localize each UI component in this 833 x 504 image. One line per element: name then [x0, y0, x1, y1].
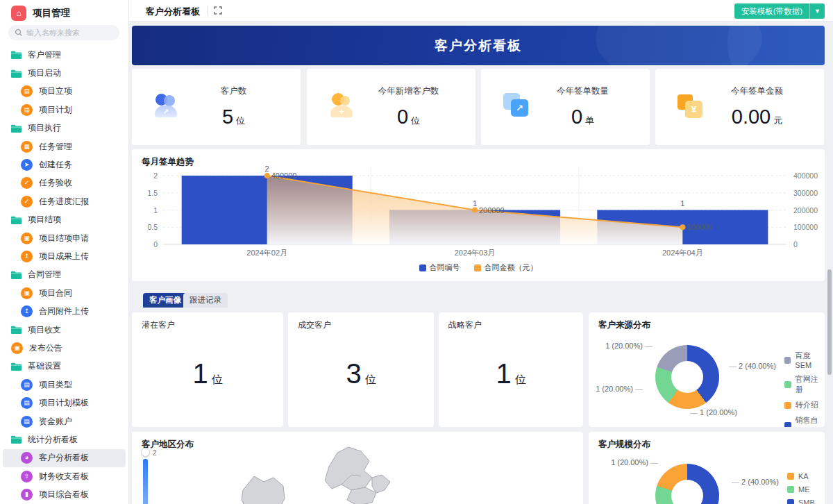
sidebar-item-16[interactable]: ▣发布公告: [0, 339, 128, 357]
customer-scale-title: 客户规模分布: [598, 439, 650, 451]
sidebar-item-1[interactable]: 项目启动: [0, 64, 128, 82]
sidebar-item-14[interactable]: ↥合同附件上传: [0, 302, 128, 320]
doc-icon: ▤: [21, 416, 33, 428]
svg-text:400000: 400000: [271, 171, 297, 180]
visualmap-slider-handle[interactable]: [141, 448, 150, 457]
svg-text:0: 0: [793, 240, 798, 249]
legend-item[interactable]: 百度SEM: [784, 351, 825, 369]
legend-item[interactable]: 转介绍: [784, 400, 825, 410]
install-template-button[interactable]: 安装模板(带数据): [734, 3, 809, 19]
sidebar-item-label: 项目立项: [39, 85, 72, 97]
sidebar-item-18[interactable]: ▤项目类型: [0, 376, 128, 394]
sidebar-item-0[interactable]: 客户管理: [0, 46, 128, 64]
sidebar-item-13[interactable]: ▣项目合同: [0, 284, 128, 302]
bars-icon: ▮: [21, 489, 33, 501]
sidebar-item-5[interactable]: ▦任务管理: [0, 137, 128, 156]
sidebar-item-21[interactable]: 统计分析看板: [0, 430, 128, 448]
tab-customer-portrait[interactable]: 客户画像: [143, 293, 187, 308]
kpi-value: 5位: [222, 106, 245, 128]
folder-icon: [11, 435, 22, 444]
sidebar-item-label: 资金账户: [39, 416, 72, 428]
sidebar-item-2[interactable]: ▤项目立项: [0, 83, 128, 101]
sidebar-item-23[interactable]: ⇧财务收支看板: [0, 467, 128, 485]
legend-item[interactable]: SMB: [787, 498, 815, 504]
install-dropdown-button[interactable]: ▼: [809, 3, 825, 19]
sidebar-item-label: 项目类型: [39, 379, 72, 391]
legend-swatch: [784, 402, 791, 409]
doc-icon: ▤: [21, 379, 33, 391]
sidebar-item-19[interactable]: ▤项目计划模板: [0, 394, 128, 412]
tab-follow-up-records[interactable]: 跟进记录: [183, 293, 228, 308]
stamp-icon: ▣: [11, 342, 23, 354]
sidebar-item-17[interactable]: 基础设置: [0, 358, 128, 376]
svg-text:2: 2: [153, 171, 158, 180]
trend-chart: 00.511.520100000200000300000400000400000…: [132, 149, 825, 259]
legend-item[interactable]: KA: [787, 472, 815, 480]
stat-value: 1位: [192, 358, 222, 389]
sidebar-item-label: 项目收支: [28, 324, 61, 336]
folder-icon: [11, 216, 22, 224]
sidebar-item-11[interactable]: ↥项目成果上传: [0, 247, 128, 265]
svg-text:100000: 100000: [687, 223, 712, 231]
new-customer-icon: +: [329, 93, 360, 121]
dashboard-banner-title: 客户分析看板: [435, 37, 522, 55]
sidebar-item-label: 任务进度汇报: [39, 196, 89, 208]
legend-swatch: [787, 473, 794, 480]
legend-item[interactable]: 官网注册: [784, 374, 825, 395]
legend-swatch: [784, 357, 791, 364]
search-icon: [15, 28, 23, 37]
kpi-title: 今年签单金额: [731, 85, 783, 97]
sidebar-item-3[interactable]: ▤项目计划: [0, 101, 128, 119]
signed-amount-icon: ¥: [678, 93, 708, 121]
sidebar-item-label: 项目执行: [28, 122, 61, 134]
sidebar-item-7[interactable]: ✓任务验收: [0, 174, 128, 192]
grid-icon: ▦: [21, 141, 33, 153]
customer-scale-legend: KAMESMB: [787, 472, 815, 504]
sidebar-item-8[interactable]: ✓任务进度汇报: [0, 192, 128, 210]
sidebar-item-20[interactable]: ▤资金账户: [0, 412, 128, 430]
legend-item[interactable]: 合同金额（元）: [474, 262, 538, 273]
fullscreen-icon[interactable]: [214, 6, 222, 15]
stamp-icon: ▣: [21, 233, 33, 244]
legend-label: ME: [798, 485, 810, 494]
svg-text:200000: 200000: [479, 206, 505, 215]
sidebar-item-6[interactable]: ➤创建任务: [0, 156, 128, 174]
legend-label: KA: [798, 472, 809, 480]
search-input[interactable]: [8, 25, 119, 40]
sidebar-item-9[interactable]: 项目结项: [0, 211, 128, 229]
sidebar-item-15[interactable]: 项目收支: [0, 321, 128, 339]
slice-label: 2 (40.00%): [732, 478, 779, 486]
legend-item[interactable]: 销售自拓: [784, 415, 825, 427]
sidebar-search: [8, 25, 119, 40]
stat-card-potential: 潜在客户 1位: [132, 312, 283, 427]
legend-item[interactable]: ME: [787, 485, 815, 494]
slice-label: 1 (20.00%): [590, 342, 653, 350]
sidebar-item-22[interactable]: ◕客户分析看板: [3, 449, 126, 467]
customer-source-title: 客户来源分布: [598, 319, 650, 331]
vertical-scrollbar-thumb[interactable]: [827, 269, 832, 375]
sidebar-item-label: 项目计划: [39, 104, 72, 116]
sidebar-item-label: 客户管理: [28, 49, 61, 61]
svg-text:1: 1: [473, 199, 477, 208]
sidebar-item-label: 项目启动: [28, 67, 61, 79]
svg-text:1.5: 1.5: [147, 189, 158, 197]
customers-icon: ↗: [154, 93, 185, 121]
sidebar-item-label: 项目结项申请: [39, 233, 89, 244]
customer-source-legend: 百度SEM官网注册转介绍销售自拓: [784, 351, 825, 427]
sidebar-item-24[interactable]: ▮项目综合看板: [0, 485, 128, 503]
folder-icon: [11, 69, 22, 78]
svg-text:1: 1: [153, 206, 158, 215]
app-window: ⌂ 项目管理 客户管理项目启动▤项目立项▤项目计划项目执行▦任务管理➤创建任务✓…: [0, 0, 833, 504]
legend-label: 百度SEM: [795, 351, 825, 369]
legend-swatch: [784, 381, 791, 388]
svg-text:100000: 100000: [793, 223, 818, 231]
legend-item[interactable]: 合同编号: [419, 262, 460, 273]
sidebar-item-12[interactable]: 合同管理: [0, 266, 128, 284]
slice-label: 1 (20.00%): [690, 408, 737, 417]
sidebar-item-label: 创建任务: [39, 159, 72, 171]
svg-text:2: 2: [265, 165, 269, 173]
visualmap-gradient-bar[interactable]: [143, 459, 148, 504]
sidebar-item-4[interactable]: 项目执行: [0, 119, 128, 137]
sidebar-item-10[interactable]: ▣项目结项申请: [0, 229, 128, 247]
up-icon: ⇧: [21, 471, 33, 482]
